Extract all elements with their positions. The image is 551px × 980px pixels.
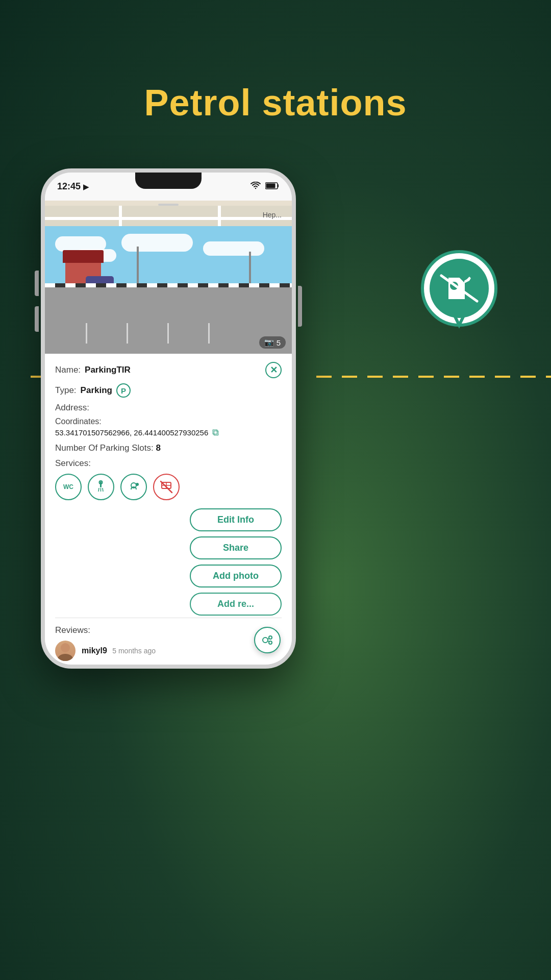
- info-panel: Name: ParkingTIR ✕ Type: Parking P Addre…: [45, 354, 292, 669]
- slots-row: Number Of Parking Slots: 8: [55, 443, 282, 453]
- map-pin-decoration: [416, 250, 503, 347]
- phone-wrapper: 12:45 ▶: [41, 168, 296, 669]
- services-label: Services:: [55, 458, 282, 469]
- address-label: Address:: [55, 403, 89, 412]
- status-bar: 12:45 ▶: [45, 173, 292, 201]
- review-row-1: mikyl9 5 months ago: [55, 641, 282, 661]
- parking-badge: P: [116, 383, 131, 398]
- coordinates-label: Coordinates:: [55, 417, 282, 426]
- battery-icon: [265, 182, 280, 192]
- reviews-section: Reviews: mikyl9 5 months ago: [55, 620, 282, 661]
- service-no-fire: [153, 474, 180, 500]
- coordinates-section: Coordinates: 53.341701507562966, 26.4414…: [55, 417, 282, 438]
- status-icons: [250, 182, 280, 192]
- close-button[interactable]: ✕: [265, 362, 282, 378]
- light-pole-2: [249, 252, 251, 287]
- svg-point-21: [58, 654, 73, 661]
- services-icons-row: WC: [55, 474, 282, 500]
- reviewer-info: mikyl9 5 months ago: [82, 646, 156, 655]
- reviewer-name: mikyl9: [82, 646, 107, 655]
- name-label: Name:: [55, 365, 81, 375]
- curb: [45, 283, 292, 287]
- volume-down-button: [35, 306, 39, 332]
- add-photo-button[interactable]: Add photo: [190, 565, 282, 587]
- fab-button[interactable]: [254, 627, 281, 653]
- photo-count-number: 5: [277, 338, 281, 347]
- svg-point-20: [61, 643, 70, 652]
- svg-line-12: [103, 488, 103, 492]
- address-row: Address:: [55, 403, 282, 413]
- name-row: Name: ParkingTIR ✕: [55, 362, 282, 378]
- divider: [55, 618, 282, 618]
- parking-lot: [45, 287, 292, 354]
- svg-line-10: [98, 488, 99, 492]
- map-strip: Нер...: [45, 201, 292, 226]
- slots-label: Number Of Parking Slots:: [55, 443, 154, 453]
- status-time-area: 12:45 ▶: [57, 181, 89, 192]
- copy-icon[interactable]: ⧉: [212, 427, 219, 438]
- coordinates-value: 53.341701507562966, 26.4414005279302​56: [55, 428, 208, 437]
- reviews-label: Reviews:: [55, 625, 282, 635]
- wifi-icon: [250, 182, 261, 192]
- edit-info-button[interactable]: Edit Info: [190, 508, 282, 531]
- location-arrow-icon: ▶: [83, 183, 89, 191]
- type-label: Type:: [55, 385, 77, 396]
- notch: [135, 173, 202, 189]
- phone-frame: 12:45 ▶: [41, 168, 296, 669]
- power-button: [298, 286, 302, 327]
- cloud-3: [203, 241, 264, 256]
- camera-icon: 📷: [264, 338, 274, 347]
- light-pole-1: [137, 247, 139, 287]
- type-value: Parking: [81, 385, 112, 396]
- svg-rect-7: [266, 183, 276, 188]
- reviewer-avatar: [55, 641, 76, 661]
- wc-text: WC: [63, 483, 73, 491]
- coordinates-value-row: 53.341701507562966, 26.4414005279302​56 …: [55, 427, 282, 438]
- volume-up-button: [35, 271, 39, 296]
- type-row: Type: Parking P: [55, 383, 282, 398]
- reviewer-time: 5 months ago: [112, 647, 156, 655]
- service-security: [120, 474, 147, 500]
- clock: 12:45: [57, 181, 81, 192]
- name-row-left: Name: ParkingTIR: [55, 365, 131, 375]
- cloud-2: [121, 234, 193, 252]
- share-button[interactable]: Share: [190, 536, 282, 559]
- slots-value: 8: [156, 443, 160, 453]
- svg-rect-15: [136, 483, 138, 485]
- photo-count-badge: 📷 5: [259, 336, 286, 349]
- service-wc: WC: [55, 474, 82, 500]
- svg-point-22: [263, 638, 268, 643]
- location-photo[interactable]: 📷 5: [45, 226, 292, 354]
- map-label: Нер...: [263, 211, 282, 219]
- service-shower: [88, 474, 114, 500]
- add-review-button[interactable]: Add re...: [190, 593, 282, 616]
- name-value: ParkingTIR: [85, 365, 131, 375]
- action-buttons: Edit Info Share Add photo Add re...: [55, 508, 282, 616]
